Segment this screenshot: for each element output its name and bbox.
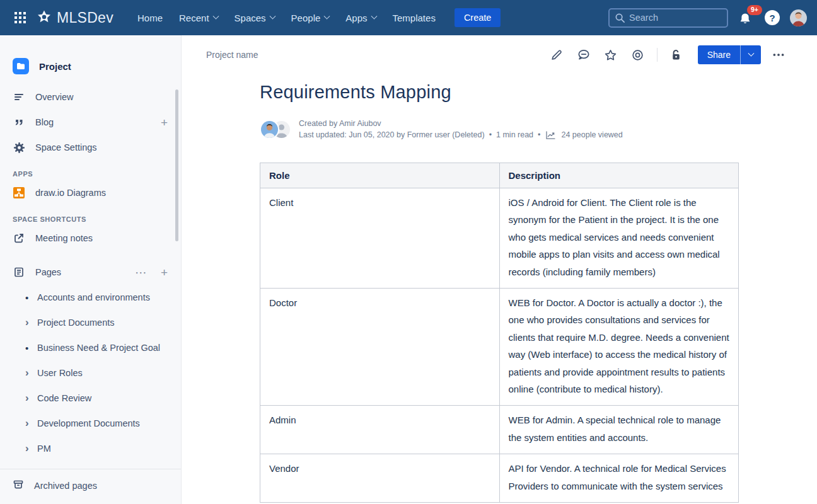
app-switcher-icon[interactable]	[10, 8, 30, 28]
table-header-row: Role Description	[260, 163, 739, 188]
share-button[interactable]: Share	[698, 45, 740, 64]
chevron-down-icon	[371, 13, 377, 19]
nav-spaces[interactable]: Spaces	[227, 8, 282, 28]
chevron-right-icon[interactable]	[25, 316, 37, 329]
create-button[interactable]: Create	[455, 8, 501, 27]
role-cell: Admin	[260, 406, 500, 454]
search-box[interactable]	[608, 8, 728, 28]
restrictions-button[interactable]	[667, 45, 686, 64]
sidebar-item-blog[interactable]: Blog +	[0, 110, 181, 135]
column-header-description: Description	[499, 163, 739, 188]
sidebar-item-meeting-notes[interactable]: Meeting notes	[0, 226, 181, 251]
search-input[interactable]	[629, 13, 717, 23]
nav-templates-label: Templates	[393, 13, 436, 23]
chevron-down-icon	[748, 50, 754, 56]
views-count-text[interactable]: 24 people viewed	[561, 129, 622, 140]
nav-apps-label: Apps	[345, 13, 367, 23]
nav-templates[interactable]: Templates	[385, 8, 443, 28]
sidebar-scrollbar[interactable]	[175, 89, 178, 241]
add-page-icon[interactable]: +	[159, 266, 170, 278]
page-item-label: User Roles	[37, 368, 83, 378]
nav-recent[interactable]: Recent	[171, 8, 226, 28]
edit-button[interactable]	[547, 45, 566, 64]
folder-icon	[16, 61, 26, 71]
sidebar-item-pages[interactable]: Pages ⋯ +	[0, 260, 181, 285]
description-cell: API for Vendor. A technical role for Med…	[499, 454, 739, 503]
chevron-right-icon[interactable]	[25, 392, 37, 404]
sidebar-item-label: Pages	[35, 267, 123, 277]
page-item-development-documents[interactable]: Development Documents	[0, 411, 181, 436]
byline-avatars	[260, 120, 291, 139]
mlsdev-logo[interactable]: MLSDev	[35, 9, 113, 26]
breadcrumb[interactable]: Project name	[206, 50, 258, 60]
watch-button[interactable]	[629, 45, 647, 64]
share-button-group: Share	[698, 45, 761, 64]
byline-text: Created by Amir Aiubov Last updated: Jun…	[299, 118, 623, 140]
more-actions-button[interactable]	[769, 45, 788, 64]
comment-button[interactable]	[574, 45, 593, 64]
space-icon	[13, 58, 29, 74]
role-cell: Vendor	[260, 454, 500, 503]
chevron-down-icon	[212, 13, 219, 19]
add-blog-icon[interactable]: +	[159, 117, 170, 129]
page-actions: Share	[547, 45, 788, 64]
space-name: Project	[39, 61, 71, 72]
page-item-pm[interactable]: PM	[0, 436, 181, 461]
bullet-icon	[25, 292, 37, 303]
notification-badge: 9+	[747, 5, 762, 15]
share-dropdown-button[interactable]	[740, 45, 761, 64]
sidebar-item-archived-pages[interactable]: Archived pages	[0, 469, 181, 504]
pages-tree: Pages ⋯ + Accounts and environments Proj…	[0, 260, 181, 461]
page-item-code-review[interactable]: Code Review	[0, 386, 181, 411]
page-header: Project name	[182, 35, 817, 74]
drawio-icon	[13, 187, 25, 198]
sidebar-item-drawio[interactable]: draw.io Diagrams	[0, 180, 181, 205]
page-item-label: Development Documents	[37, 418, 140, 428]
table-row: Vendor API for Vendor. A technical role …	[260, 454, 739, 503]
help-button[interactable]: ?	[765, 10, 780, 25]
archive-box-icon	[13, 479, 24, 492]
sidebar-item-overview[interactable]: Overview	[0, 84, 181, 110]
sidebar-item-space-settings[interactable]: Space Settings	[0, 135, 181, 160]
bullet-icon	[25, 343, 37, 353]
divider	[657, 48, 658, 62]
space-header[interactable]: Project	[0, 35, 181, 84]
pages-more-icon[interactable]: ⋯	[133, 266, 149, 278]
page-item-business-need[interactable]: Business Need & Project Goal	[0, 335, 181, 360]
external-link-icon	[13, 232, 25, 244]
pencil-icon	[550, 49, 563, 62]
page-item-user-roles[interactable]: User Roles	[0, 360, 181, 386]
chevron-right-icon[interactable]	[25, 367, 37, 379]
creator-avatar[interactable]	[260, 120, 279, 139]
primary-nav: Home Recent Spaces People Apps Templates	[130, 8, 443, 28]
role-cell: Client	[260, 188, 500, 289]
mlsdev-logo-icon	[35, 9, 53, 26]
page-body: Requirements Mapping	[260, 82, 739, 503]
nav-home[interactable]: Home	[130, 8, 170, 28]
topbar-right-cluster: 9+ ?	[608, 8, 807, 28]
creator-avatar-image	[261, 121, 278, 138]
logo-text: MLSDev	[57, 9, 113, 26]
notifications-button[interactable]: 9+	[738, 9, 755, 26]
chevron-right-icon[interactable]	[25, 442, 37, 455]
created-by-text: Created by Amir Aiubov	[299, 118, 623, 129]
roles-table: Role Description Client iOS / Android fo…	[260, 163, 739, 503]
page-item-accounts-and-environments[interactable]: Accounts and environments	[0, 285, 181, 310]
user-avatar[interactable]	[790, 9, 807, 26]
nav-home-label: Home	[137, 13, 163, 23]
column-header-role: Role	[260, 163, 500, 188]
chevron-right-icon[interactable]	[25, 417, 37, 430]
sidebar-item-label: Blog	[35, 117, 149, 127]
favorite-button[interactable]	[601, 45, 620, 64]
star-icon	[604, 49, 617, 62]
top-navigation-bar: MLSDev Home Recent Spaces People Apps Te…	[0, 0, 817, 35]
ellipsis-icon	[772, 48, 785, 62]
sidebar-item-label: Meeting notes	[35, 233, 170, 243]
nav-people[interactable]: People	[284, 8, 337, 28]
chevron-down-icon	[324, 13, 330, 19]
nav-apps[interactable]: Apps	[338, 8, 383, 28]
sidebar-item-label: Space Settings	[35, 142, 170, 152]
gear-icon	[13, 142, 25, 154]
grid-icon	[14, 12, 26, 23]
page-item-project-documents[interactable]: Project Documents	[0, 310, 181, 335]
